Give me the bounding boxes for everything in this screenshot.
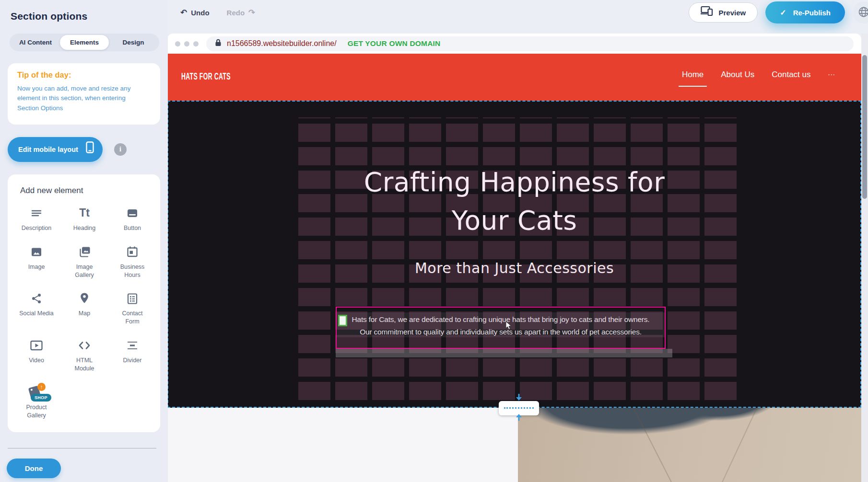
language-globe-button[interactable] bbox=[853, 1, 868, 23]
element-map[interactable]: Map bbox=[60, 291, 108, 326]
hero-heading[interactable]: Crafting Happiness for Your Cats bbox=[168, 163, 860, 240]
nav-about-us[interactable]: About Us bbox=[721, 70, 754, 80]
description-icon bbox=[30, 206, 43, 220]
element-label: Image bbox=[28, 263, 45, 271]
tab-design[interactable]: Design bbox=[109, 35, 158, 50]
element-label: Button bbox=[124, 224, 141, 232]
element-video[interactable]: Video bbox=[12, 338, 60, 373]
upgrade-badge-icon: ↑ bbox=[37, 383, 46, 391]
get-your-own-domain-link[interactable]: GET YOUR OWN DOMAIN bbox=[348, 39, 441, 48]
edit-mobile-layout-button[interactable]: Edit mobile layout bbox=[8, 137, 103, 162]
page-scrollbar[interactable] bbox=[861, 34, 868, 482]
next-section-left bbox=[167, 408, 518, 482]
tip-title: Tip of the day: bbox=[17, 70, 152, 80]
editor-topbar: ↶ Undo Redo ↷ Preview ✓ Re-Publish bbox=[168, 0, 868, 34]
done-button[interactable]: Done bbox=[7, 459, 61, 478]
add-element-title: Add new element bbox=[20, 186, 155, 195]
paragraph-line: Hats for Cats, we are dedicated to craft… bbox=[337, 313, 665, 326]
edit-mobile-layout-label: Edit mobile layout bbox=[18, 146, 78, 153]
element-label: Heading bbox=[73, 224, 96, 232]
hero-section-selected[interactable]: Crafting Happiness for Your Cats More th… bbox=[167, 101, 861, 408]
sidebar-divider bbox=[8, 448, 156, 448]
undo-button[interactable]: ↶ Undo bbox=[180, 9, 210, 17]
mobile-phone-icon bbox=[86, 140, 94, 155]
selected-paragraph-element[interactable]: Hats for Cats, we are dedicated to craft… bbox=[336, 307, 666, 349]
globe-icon bbox=[857, 6, 868, 20]
tip-of-the-day-card: Tip of the day: Now you can add, move an… bbox=[8, 63, 160, 125]
map-pin-icon bbox=[78, 291, 91, 306]
section-height-handle[interactable] bbox=[499, 395, 539, 422]
element-label: Contact Form bbox=[118, 310, 147, 326]
element-description[interactable]: Description bbox=[12, 206, 60, 232]
site-logo[interactable]: HATS FOR CATS bbox=[181, 71, 231, 82]
social-media-icon bbox=[30, 291, 43, 306]
hero-heading-line: Your Cats bbox=[168, 201, 860, 240]
site-preview-frame: n1566589.websitebuilder.online/ GET YOUR… bbox=[167, 34, 861, 482]
element-label: Image Gallery bbox=[70, 263, 99, 279]
element-html-module[interactable]: HTML Module bbox=[60, 338, 108, 373]
republish-label: Re-Publish bbox=[793, 9, 831, 17]
pavement-photo bbox=[518, 408, 861, 482]
element-business-hours[interactable]: Business Hours bbox=[108, 245, 156, 279]
image-icon bbox=[30, 245, 43, 259]
product-gallery-icon: ↑ SHOP bbox=[26, 385, 47, 402]
mouse-cursor bbox=[505, 321, 512, 332]
check-icon: ✓ bbox=[780, 8, 786, 17]
image-gallery-icon bbox=[78, 245, 91, 259]
preview-label: Preview bbox=[719, 9, 746, 17]
dotted-resize-line bbox=[504, 407, 534, 409]
element-highlight-strip bbox=[336, 349, 672, 357]
url-bar[interactable]: n1566589.websitebuilder.online/ GET YOUR… bbox=[206, 36, 854, 51]
nav-more-menu[interactable]: ... bbox=[828, 69, 835, 77]
tab-elements[interactable]: Elements bbox=[60, 35, 109, 50]
info-icon[interactable]: i bbox=[114, 143, 127, 156]
nav-home[interactable]: Home bbox=[682, 70, 704, 87]
element-label: Business Hours bbox=[118, 263, 147, 279]
element-label: HTML Module bbox=[70, 356, 99, 373]
element-label: Map bbox=[79, 310, 90, 318]
element-product-gallery[interactable]: ↑ SHOP Product Gallery bbox=[12, 385, 60, 420]
browser-chrome: n1566589.websitebuilder.online/ GET YOUR… bbox=[167, 34, 861, 54]
browser-dot bbox=[193, 41, 199, 46]
element-social-media[interactable]: Social Media bbox=[12, 291, 60, 326]
tab-ai-content[interactable]: AI Content bbox=[11, 35, 60, 50]
add-element-panel: Add new element Description Tt Heading B… bbox=[8, 174, 160, 432]
site-url: n1566589.websitebuilder.online/ bbox=[227, 39, 337, 48]
lock-icon bbox=[215, 39, 222, 48]
redo-arrow-icon: ↷ bbox=[248, 9, 255, 17]
panel-tabs: AI Content Elements Design bbox=[10, 34, 159, 51]
undo-arrow-icon: ↶ bbox=[180, 9, 187, 17]
hero-subheading[interactable]: More than Just Accessories bbox=[168, 260, 860, 276]
element-heading[interactable]: Tt Heading bbox=[60, 206, 108, 232]
heading-icon: Tt bbox=[79, 206, 90, 220]
element-divider[interactable]: Divider bbox=[108, 338, 156, 373]
section-options-panel: Section options AI Content Elements Desi… bbox=[0, 0, 168, 482]
element-image[interactable]: Image bbox=[12, 245, 60, 279]
preview-button[interactable]: Preview bbox=[689, 2, 758, 23]
site-header[interactable]: HATS FOR CATS Home About Us Contact us .… bbox=[167, 54, 861, 101]
redo-button[interactable]: Redo ↷ bbox=[227, 9, 256, 17]
element-label: Social Media bbox=[19, 310, 54, 318]
hero-background-tiles bbox=[298, 117, 740, 400]
element-label: Video bbox=[29, 356, 44, 365]
element-image-gallery[interactable]: Image Gallery bbox=[60, 245, 108, 279]
element-contact-form[interactable]: Contact Form bbox=[108, 291, 156, 326]
element-label: Divider bbox=[123, 356, 142, 365]
undo-label: Undo bbox=[191, 9, 209, 17]
element-label: Description bbox=[22, 224, 52, 232]
tip-body: Now you can add, move and resize any ele… bbox=[17, 84, 141, 113]
scrollbar-thumb[interactable] bbox=[862, 55, 867, 199]
video-icon bbox=[30, 338, 43, 353]
business-hours-icon bbox=[126, 245, 139, 259]
browser-dot bbox=[184, 41, 189, 46]
element-button[interactable]: Button bbox=[108, 206, 156, 232]
browser-dot bbox=[175, 41, 180, 46]
panel-title: Section options bbox=[11, 11, 161, 22]
html-module-icon bbox=[78, 338, 91, 353]
republish-button[interactable]: ✓ Re-Publish bbox=[765, 1, 845, 23]
nav-contact-us[interactable]: Contact us bbox=[772, 70, 810, 80]
element-label: Product Gallery bbox=[22, 403, 51, 420]
paragraph-line: Our commitment to quality and individual… bbox=[337, 326, 665, 338]
arrow-up-icon bbox=[515, 413, 523, 423]
contact-form-icon bbox=[126, 291, 139, 306]
